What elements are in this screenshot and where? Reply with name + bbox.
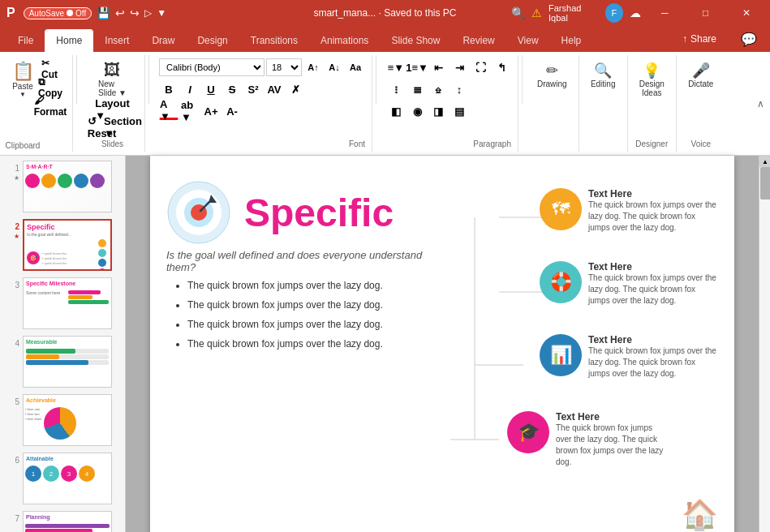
font-size-dn-button[interactable]: A- bbox=[222, 102, 242, 120]
columns-button[interactable]: ⎒ bbox=[428, 80, 448, 98]
close-button[interactable]: ✕ bbox=[729, 0, 764, 26]
share-icon: ↑ bbox=[682, 33, 687, 45]
bullets-button[interactable]: ≡▼ bbox=[386, 58, 406, 76]
main-area: 1 ★ S·M·A·R·T 2 ★ bbox=[0, 156, 770, 532]
text-direction-button[interactable]: ⫶ bbox=[386, 80, 406, 98]
text-shadow-button[interactable]: S² bbox=[243, 80, 263, 98]
save-icon[interactable]: 💾 bbox=[97, 6, 110, 19]
highlight-color-button[interactable]: ab ▼ bbox=[180, 102, 200, 120]
cut-button[interactable]: ✂ Cut bbox=[41, 60, 60, 78]
slide-img-5: Achievable • Item one• Item two• Item th… bbox=[23, 394, 112, 446]
change-case-button[interactable]: Aa bbox=[346, 58, 365, 76]
italic-button[interactable]: I bbox=[180, 80, 200, 98]
scroll-up-button[interactable]: ▲ bbox=[759, 156, 770, 167]
bold-button[interactable]: B bbox=[159, 80, 179, 98]
comments-icon[interactable]: 💬 bbox=[741, 32, 757, 47]
redo-icon[interactable]: ↪ bbox=[130, 6, 140, 19]
minimize-button[interactable]: ─ bbox=[647, 0, 682, 26]
align-center-button[interactable]: ◉ bbox=[407, 102, 427, 120]
tab-view[interactable]: View bbox=[506, 29, 550, 52]
tab-help[interactable]: Help bbox=[550, 29, 593, 52]
justify-button[interactable]: ▤ bbox=[450, 102, 469, 120]
section-button[interactable]: Section ▼ bbox=[114, 118, 133, 136]
slide-canvas[interactable]: Specific Is the goal well defined and do… bbox=[150, 156, 734, 532]
increase-indent-button[interactable]: ⇥ bbox=[450, 58, 469, 76]
tab-draw[interactable]: Draw bbox=[140, 29, 186, 52]
decrease-indent-button[interactable]: ⇤ bbox=[428, 58, 448, 76]
present-icon[interactable]: ▷ bbox=[144, 7, 152, 19]
undo-icon[interactable]: ↩ bbox=[115, 6, 125, 19]
autosave-label: AutoSave bbox=[29, 9, 64, 18]
avatar[interactable]: F bbox=[605, 3, 623, 23]
font-color-button[interactable]: A ▼ bbox=[159, 102, 179, 120]
char-spacing-button[interactable]: AV bbox=[265, 80, 284, 98]
slides-label: Slides bbox=[101, 136, 123, 148]
tab-design[interactable]: Design bbox=[186, 29, 239, 52]
editing-button[interactable]: 🔍 Editing bbox=[586, 58, 621, 92]
slide-img-2: Specific Is the goal well defined... 🎯 •… bbox=[23, 219, 112, 271]
saved-info: Saved to this PC bbox=[384, 7, 456, 19]
home-icon: 🏠 bbox=[682, 498, 718, 532]
slide-num-4: 4 bbox=[8, 339, 19, 348]
font-format-row: B I U S S² AV ✗ bbox=[159, 80, 365, 98]
ribbon-tabs: File Home Insert Draw Design Transitions… bbox=[0, 26, 770, 52]
font-size-select[interactable]: 18 bbox=[266, 58, 302, 76]
tab-review[interactable]: Review bbox=[451, 29, 505, 52]
search-icon[interactable]: 🔍 bbox=[511, 6, 525, 19]
share-cloud-icon[interactable]: ☁ bbox=[630, 6, 641, 19]
align-right-button[interactable]: ◨ bbox=[428, 102, 448, 120]
slide-thumb-7[interactable]: 7 Planning bbox=[3, 509, 122, 532]
copy-button[interactable]: ⧉ Copy bbox=[41, 79, 60, 97]
increase-font-button[interactable]: A↑ bbox=[303, 58, 323, 76]
more-tools-icon[interactable]: ▼ bbox=[157, 7, 166, 19]
paste-icon: 📋 bbox=[12, 61, 34, 82]
tab-home[interactable]: Home bbox=[45, 29, 93, 52]
design-ideas-button[interactable]: 💡 DesignIdeas bbox=[634, 58, 669, 101]
align-text-button[interactable]: ≣ bbox=[407, 80, 427, 98]
tab-insert[interactable]: Insert bbox=[93, 29, 140, 52]
align-left-button[interactable]: ◧ bbox=[386, 102, 406, 120]
slide-thumb-2[interactable]: 2 ★ Specific Is the goal well defined...… bbox=[3, 217, 122, 272]
group-design-ideas: 💡 DesignIdeas Designer bbox=[628, 55, 677, 152]
smart-art-button[interactable]: ⛶ bbox=[471, 58, 490, 76]
collapse-ribbon-button[interactable]: ∧ bbox=[754, 55, 770, 152]
autosave-toggle[interactable]: AutoSave Off bbox=[24, 7, 92, 19]
title-bar-right: 🔍 ⚠ Farshad Iqbal F ☁ ─ □ ✕ bbox=[511, 0, 764, 26]
slide-img-4: Measurable bbox=[23, 336, 112, 388]
divider-2 bbox=[148, 55, 149, 104]
slide-num-2: 2 bbox=[8, 222, 19, 231]
rtl-button[interactable]: ↰ bbox=[492, 58, 511, 76]
scroll-thumb[interactable] bbox=[760, 167, 770, 200]
slide-thumb-6[interactable]: 6 Attainable 1 2 3 4 bbox=[3, 451, 122, 506]
group-clipboard: 📋 Paste ▼ Clipboard ✂ Cut ⧉ Copy 🖌 Forma… bbox=[0, 55, 73, 152]
slide-thumb-3[interactable]: 3 Specific Milestone Some content here bbox=[3, 276, 122, 331]
font-size-up-button[interactable]: A+ bbox=[201, 102, 221, 120]
format-painter-button[interactable]: 🖌 Format bbox=[41, 97, 60, 115]
slide-thumb-4[interactable]: 4 Measurable bbox=[3, 334, 122, 389]
line-spacing-button[interactable]: ↕ bbox=[450, 80, 469, 98]
clear-format-button[interactable]: ✗ bbox=[286, 80, 305, 98]
tab-file[interactable]: File bbox=[6, 29, 45, 52]
tab-transitions[interactable]: Transitions bbox=[239, 29, 309, 52]
tab-animations[interactable]: Animations bbox=[309, 29, 380, 52]
decrease-font-button[interactable]: A↓ bbox=[325, 58, 344, 76]
target-icon bbox=[166, 180, 231, 245]
strikethrough-button[interactable]: S bbox=[222, 80, 242, 98]
list-row: ≡▼ 1≡▼ ⇤ ⇥ ⛶ ↰ bbox=[386, 58, 511, 76]
slide-img-1: S·M·A·R·T bbox=[23, 161, 112, 212]
share-button[interactable]: ↑ Share bbox=[671, 29, 728, 49]
underline-button[interactable]: U bbox=[201, 80, 221, 98]
new-slide-button[interactable]: 🖼 NewSlide ▼ bbox=[93, 58, 131, 99]
vertical-scrollbar[interactable]: ▲ ▼ bbox=[759, 156, 770, 532]
slide-num-3: 3 bbox=[8, 281, 19, 290]
restore-button[interactable]: □ bbox=[688, 0, 722, 26]
font-name-select[interactable]: Calibri (Body) bbox=[159, 58, 265, 76]
drawing-button[interactable]: ✏ Drawing bbox=[532, 58, 572, 92]
slide-thumb-5[interactable]: 5 Achievable • Item one• Item two• Item … bbox=[3, 393, 122, 448]
info-card-3: 📊 Text Here The quick brown fox jumps ov… bbox=[540, 334, 718, 380]
dictate-button[interactable]: 🎤 Dictate bbox=[683, 58, 718, 92]
numbering-button[interactable]: 1≡▼ bbox=[407, 58, 427, 76]
slide-thumb-1[interactable]: 1 ★ S·M·A·R·T bbox=[3, 159, 122, 214]
slide-title: Specific bbox=[244, 191, 394, 235]
tab-slideshow[interactable]: Slide Show bbox=[380, 29, 451, 52]
